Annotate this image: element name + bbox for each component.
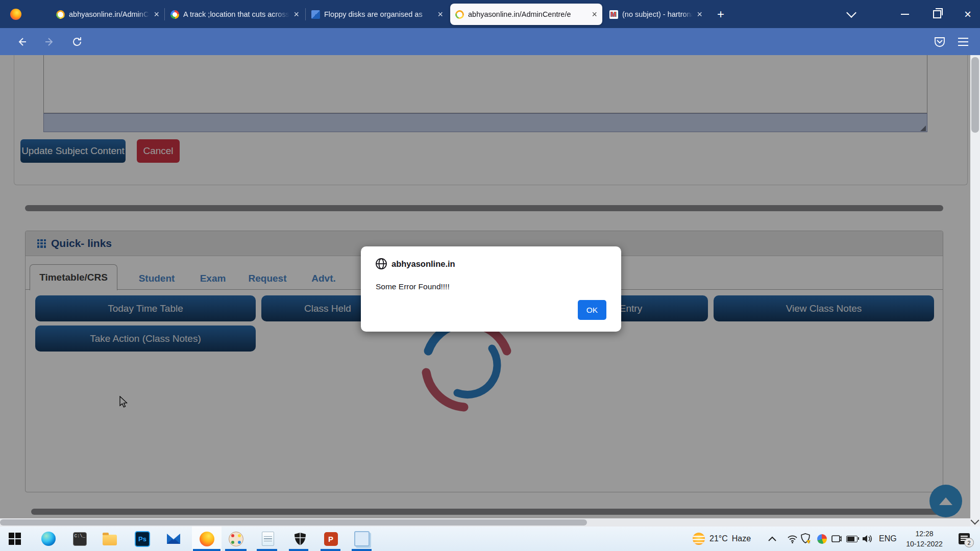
- notification-center-button[interactable]: 2: [959, 527, 970, 551]
- clock-time: 12:28: [902, 529, 946, 539]
- browser-nav-bar: https://abhyasonline.in/AdminCentre/edit…: [0, 28, 980, 55]
- running-indicator: [321, 549, 340, 551]
- clock-date: 10-12-2022: [902, 539, 946, 549]
- svg-text:!: !: [809, 541, 810, 544]
- file-explorer-icon[interactable]: [102, 531, 117, 546]
- tab-separator: [164, 8, 165, 20]
- horizontal-scrollbar-thumb[interactable]: [0, 519, 587, 525]
- browser-tab-3[interactable]: Floppy disks are organised as ×: [306, 4, 448, 25]
- book-favicon-icon: [311, 10, 320, 19]
- running-indicator: [193, 549, 220, 551]
- tab-title: (no subject) - hartronambala68: [622, 10, 693, 18]
- browser-tab-2[interactable]: A track ;location that cuts across ×: [165, 4, 304, 25]
- tab-title: A track ;location that cuts across: [183, 10, 289, 18]
- weather-haze-icon: [693, 533, 705, 545]
- menu-hamburger-icon[interactable]: [955, 34, 971, 49]
- security-shield-warning-icon[interactable]: !: [800, 527, 813, 551]
- back-button[interactable]: [14, 34, 30, 49]
- defender-icon[interactable]: [292, 531, 308, 546]
- firefox-taskbar-icon[interactable]: [199, 531, 214, 546]
- browser-tab-1[interactable]: abhyasonline.in/AdminCentre/e ×: [51, 4, 164, 25]
- scrollbar-down-arrow-icon[interactable]: [971, 516, 979, 525]
- cast-display-icon[interactable]: [831, 527, 842, 551]
- tab-close-icon[interactable]: ×: [293, 10, 299, 19]
- new-tab-button[interactable]: +: [713, 6, 729, 22]
- tab-close-icon[interactable]: ×: [437, 10, 443, 19]
- dialog-site-name: abhyasonline.in: [391, 259, 455, 269]
- wifi-icon[interactable]: [787, 527, 798, 551]
- tab-title: abhyasonline.in/AdminCentre/e: [69, 10, 150, 18]
- windows-taskbar: C:\_ Ps P 21°C Haze: [0, 527, 980, 551]
- vertical-scrollbar[interactable]: [970, 55, 980, 527]
- tab-close-icon[interactable]: ×: [697, 10, 702, 19]
- firefox-logo-icon[interactable]: [10, 9, 21, 20]
- alert-dialog: abhyasonline.in Some Error Found!!!! OK: [361, 246, 621, 332]
- tab-close-icon[interactable]: ×: [154, 10, 159, 19]
- browser-tab-4-active[interactable]: abhyasonline.in/AdminCentre/e ×: [450, 4, 602, 25]
- gmail-favicon-icon: [609, 10, 618, 19]
- powerpoint-icon[interactable]: P: [323, 531, 338, 546]
- language-indicator[interactable]: ENG: [879, 527, 897, 551]
- language-label: ENG: [879, 534, 897, 543]
- google-favicon-icon: [170, 10, 179, 19]
- abhyas-favicon-icon: [55, 8, 66, 20]
- weather-temp: 21°C: [709, 534, 728, 543]
- window-close-button[interactable]: ×: [953, 0, 980, 28]
- forward-button[interactable]: [42, 34, 57, 49]
- battery-icon[interactable]: [846, 527, 857, 551]
- running-indicator: [257, 549, 277, 551]
- remote-window-icon[interactable]: [354, 531, 370, 546]
- mail-icon[interactable]: [166, 531, 181, 546]
- command-prompt-icon[interactable]: C:\_: [72, 531, 87, 546]
- running-indicator: [352, 549, 372, 551]
- reload-button[interactable]: [69, 34, 85, 49]
- browser-tab-5[interactable]: (no subject) - hartronambala68 ×: [604, 4, 707, 25]
- browser-tab-bar: abhyasonline.in/AdminCentre/e × A track …: [0, 0, 980, 28]
- tab-list-dropdown-button[interactable]: [837, 0, 866, 28]
- weather-widget[interactable]: 21°C Haze: [693, 527, 751, 551]
- running-indicator: [289, 549, 308, 551]
- paint-icon[interactable]: [228, 531, 243, 546]
- tab-separator: [305, 8, 306, 20]
- window-restore-button[interactable]: [923, 0, 951, 28]
- volume-icon[interactable]: [862, 527, 873, 551]
- clock-widget[interactable]: 12:28 10-12-2022: [902, 529, 946, 549]
- dialog-ok-button[interactable]: OK: [578, 300, 606, 320]
- weather-condition: Haze: [732, 534, 751, 543]
- screen: abhyasonline.in/AdminCentre/e × A track …: [0, 0, 980, 551]
- tray-chevron-up-icon[interactable]: [768, 527, 776, 551]
- notepad-icon[interactable]: [260, 531, 276, 546]
- photoshop-icon[interactable]: Ps: [135, 531, 150, 546]
- vertical-scrollbar-thumb[interactable]: [971, 57, 979, 133]
- dialog-message: Some Error Found!!!!: [376, 282, 450, 291]
- notification-badge: 2: [964, 538, 974, 547]
- tab-close-icon[interactable]: ×: [592, 10, 597, 19]
- start-button[interactable]: [7, 531, 22, 546]
- pocket-icon[interactable]: [932, 34, 947, 49]
- edge-icon[interactable]: [41, 531, 56, 546]
- tab-title: Floppy disks are organised as: [324, 10, 433, 18]
- abhyas-favicon-icon: [454, 8, 465, 20]
- window-minimize-button[interactable]: [891, 0, 919, 28]
- running-indicator: [225, 549, 247, 551]
- horizontal-scrollbar[interactable]: [0, 518, 970, 527]
- globe-icon: [375, 258, 387, 270]
- tab-title: abhyasonline.in/AdminCentre/e: [468, 10, 587, 18]
- color-wheel-icon[interactable]: [817, 527, 827, 551]
